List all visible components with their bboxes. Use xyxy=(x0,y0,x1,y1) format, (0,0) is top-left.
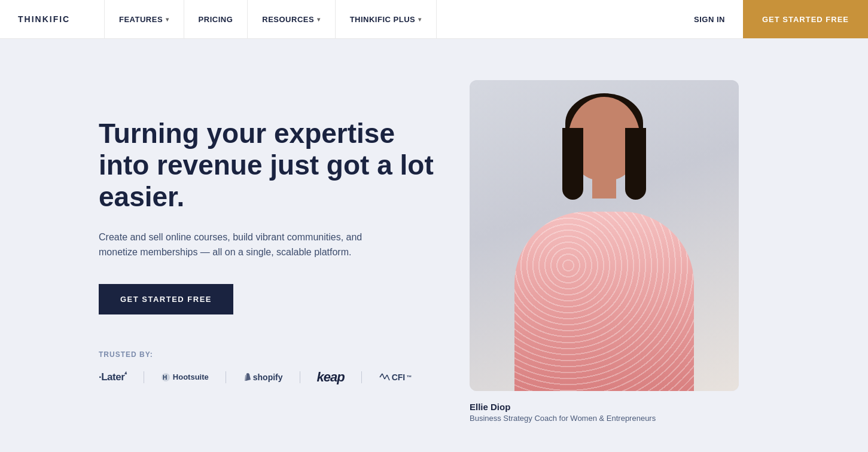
chevron-down-icon: ▾ xyxy=(317,16,321,23)
logo-later: ·Later⁴ xyxy=(99,371,127,384)
hero-headline: Turning your expertise into revenue just… xyxy=(99,118,434,213)
person-name: Ellie Diop xyxy=(470,402,739,412)
hero-image-card xyxy=(470,80,739,391)
chevron-down-icon: ▾ xyxy=(166,16,169,23)
logo-divider xyxy=(144,371,144,383)
logo-divider xyxy=(361,371,362,383)
shopify-icon xyxy=(243,372,251,382)
hero-section: Turning your expertise into revenue just… xyxy=(0,39,868,452)
hero-cta-button[interactable]: GET STARTED FREE xyxy=(99,284,233,314)
person-hair-side-left xyxy=(562,128,583,200)
chevron-down-icon: ▾ xyxy=(418,16,422,23)
logo[interactable]: THINKIFIC xyxy=(0,0,105,38)
person-outfit-overlay xyxy=(514,212,694,391)
logo-hootsuite: H Hootsuite xyxy=(161,372,209,382)
logo-divider xyxy=(226,371,226,383)
nav-item-features[interactable]: FEATURES ▾ xyxy=(105,0,184,38)
person-neck xyxy=(592,175,616,198)
nav-item-thinkific-plus[interactable]: THINKIFIC PLUS ▾ xyxy=(336,0,437,38)
person-title: Business Strategy Coach for Women & Entr… xyxy=(470,414,739,423)
hero-right: Ellie Diop Business Strategy Coach for W… xyxy=(470,80,739,423)
logo-shopify: shopify xyxy=(243,372,283,382)
cfi-bars-icon xyxy=(379,373,391,381)
trusted-label: TRUSTED BY: xyxy=(99,350,434,359)
nav-item-pricing[interactable]: PRICING xyxy=(184,0,248,38)
logo-divider xyxy=(300,371,300,383)
signin-button[interactable]: SIGN IN xyxy=(676,0,743,38)
hero-subtext: Create and sell online courses, build vi… xyxy=(99,230,386,260)
nav-item-resources[interactable]: RESOURCES ▾ xyxy=(248,0,335,38)
hero-left: Turning your expertise into revenue just… xyxy=(99,118,434,385)
main-navigation: THINKIFIC FEATURES ▾ PRICING RESOURCES ▾… xyxy=(0,0,868,39)
nav-right: SIGN IN GET STARTED FREE xyxy=(676,0,868,38)
trusted-logos: ·Later⁴ H Hootsuite shopify xyxy=(99,369,434,385)
svg-text:H: H xyxy=(163,374,167,381)
svg-line-4 xyxy=(385,375,387,379)
svg-line-3 xyxy=(382,374,385,379)
svg-line-2 xyxy=(380,374,382,377)
svg-line-5 xyxy=(387,375,389,380)
person-image xyxy=(470,80,739,391)
logo-keap: keap xyxy=(317,369,345,385)
person-hair-side-right xyxy=(625,128,646,200)
nav-cta-button[interactable]: GET STARTED FREE xyxy=(743,0,868,38)
logo-cfi: CFI™ xyxy=(379,372,412,382)
logo-text: THINKIFIC xyxy=(18,14,70,24)
hootsuite-icon: H xyxy=(161,372,170,382)
